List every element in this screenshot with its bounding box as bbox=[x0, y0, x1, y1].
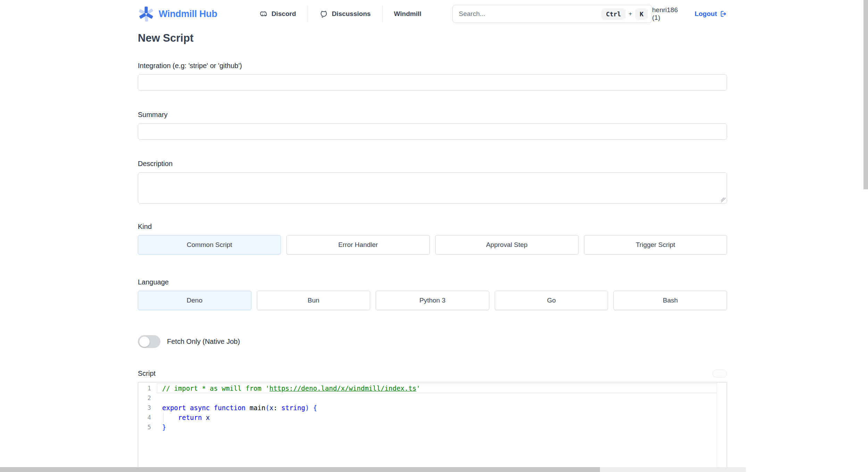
github-icon bbox=[319, 10, 328, 18]
logout-icon bbox=[719, 10, 727, 18]
fetch-only-row: Fetch Only (Native Job) bbox=[138, 335, 727, 348]
line-number: 1 bbox=[138, 383, 157, 393]
line-number: 5 bbox=[138, 422, 157, 432]
horizontal-scrollbar-thumb[interactable] bbox=[0, 467, 600, 472]
discord-icon bbox=[259, 10, 268, 18]
code-link[interactable]: https://deno.land/x/windmill/index.ts bbox=[269, 384, 416, 392]
kind-options: Common Script Error Handler Approval Ste… bbox=[138, 235, 727, 255]
windmill-hub-page: Windmill Hub Discord Discussi bbox=[0, 0, 868, 472]
language-option-go[interactable]: Go bbox=[495, 291, 608, 310]
description-label: Description bbox=[138, 160, 727, 168]
code-line-4: 4 return x bbox=[138, 413, 727, 422]
nav-discussions-label: Discussions bbox=[332, 10, 371, 18]
code-line-3: 3 export async function main(x: string) … bbox=[138, 403, 727, 413]
toggle-knob bbox=[139, 337, 150, 347]
code-editor[interactable]: 1 // import * as wmill from 'https://den… bbox=[138, 382, 727, 469]
nav-discussions[interactable]: Discussions bbox=[308, 6, 382, 22]
windmill-logo-icon bbox=[138, 6, 155, 22]
script-label: Script bbox=[138, 370, 156, 378]
kind-option-error-handler[interactable]: Error Handler bbox=[286, 235, 429, 255]
username: henri186 (1) bbox=[652, 6, 687, 22]
line-number: 4 bbox=[138, 413, 157, 422]
code-lines: 1 // import * as wmill from 'https://den… bbox=[138, 382, 727, 432]
search-box: Ctrl + K bbox=[452, 5, 652, 23]
main-nav: Discord Discussions Windmill bbox=[248, 6, 433, 22]
vertical-scrollbar[interactable] bbox=[863, 0, 868, 189]
description-textarea[interactable] bbox=[138, 172, 727, 204]
code-line-1: 1 // import * as wmill from 'https://den… bbox=[138, 383, 727, 393]
code-line-5: 5 } bbox=[138, 422, 727, 432]
resize-grip-icon[interactable] bbox=[721, 198, 726, 202]
line-number: 3 bbox=[138, 403, 157, 413]
kbd-ctrl: Ctrl bbox=[601, 8, 625, 20]
brand-name: Windmill Hub bbox=[159, 9, 217, 19]
logout-label: Logout bbox=[695, 10, 717, 18]
kind-option-approval-step[interactable]: Approval Step bbox=[435, 235, 578, 255]
nav-windmill-label: Windmill bbox=[394, 10, 422, 18]
language-option-bash[interactable]: Bash bbox=[614, 291, 727, 310]
kind-option-common-script[interactable]: Common Script bbox=[138, 235, 281, 255]
language-option-python3[interactable]: Python 3 bbox=[376, 291, 489, 310]
logout-link[interactable]: Logout bbox=[695, 10, 727, 18]
kind-option-trigger-script[interactable]: Trigger Script bbox=[584, 235, 727, 255]
fetch-only-label: Fetch Only (Native Job) bbox=[167, 338, 240, 346]
language-label: Language bbox=[138, 278, 727, 286]
nav-discord[interactable]: Discord bbox=[248, 6, 308, 22]
summary-label: Summary bbox=[138, 111, 727, 119]
user-area: henri186 (1) Logout bbox=[652, 6, 727, 22]
language-options: Deno Bun Python 3 Go Bash bbox=[138, 291, 727, 310]
brand-link[interactable]: Windmill Hub bbox=[138, 6, 225, 22]
kind-label: Kind bbox=[138, 223, 727, 231]
page-title: New Script bbox=[138, 32, 727, 44]
header: Windmill Hub Discord Discussi bbox=[138, 0, 727, 28]
nav-windmill[interactable]: Windmill bbox=[382, 6, 433, 22]
language-option-deno[interactable]: Deno bbox=[138, 291, 251, 310]
fetch-only-toggle[interactable] bbox=[138, 335, 160, 348]
kbd-plus: + bbox=[629, 10, 632, 17]
integration-input[interactable] bbox=[138, 74, 727, 91]
editor-options-pill-button[interactable] bbox=[712, 370, 727, 378]
line-number: 2 bbox=[138, 393, 157, 403]
summary-input[interactable] bbox=[138, 123, 727, 140]
integration-label: Integration (e.g: 'stripe' or 'github') bbox=[138, 62, 727, 70]
nav-discord-label: Discord bbox=[272, 10, 296, 18]
code-line-2: 2 bbox=[138, 393, 727, 403]
language-option-bun[interactable]: Bun bbox=[257, 291, 370, 310]
kbd-k: K bbox=[635, 8, 648, 20]
search-input[interactable] bbox=[459, 10, 602, 18]
